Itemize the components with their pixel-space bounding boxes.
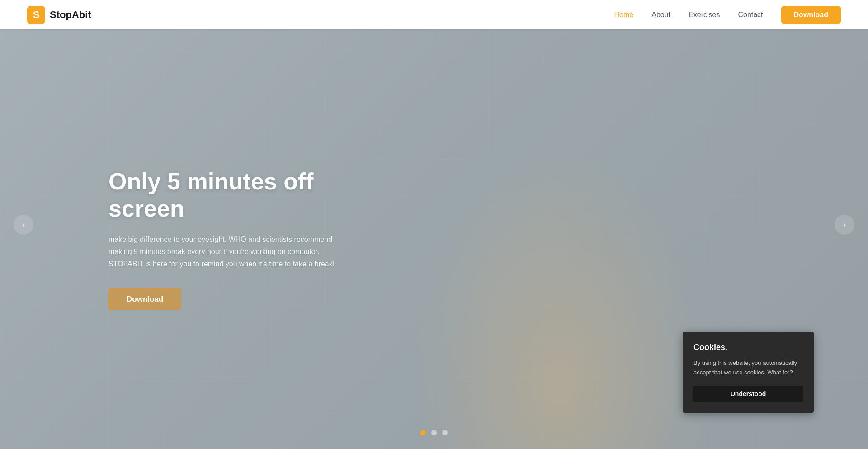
carousel-dot-2[interactable] bbox=[431, 430, 437, 435]
brand-name: StopAbit bbox=[50, 9, 91, 21]
nav-item-home[interactable]: Home bbox=[614, 11, 634, 19]
carousel-next-button[interactable]: › bbox=[835, 215, 854, 235]
brand-icon: S bbox=[27, 6, 45, 24]
cookie-link[interactable]: What for? bbox=[767, 369, 793, 376]
nav-item-download[interactable]: Download bbox=[781, 6, 841, 24]
nav-link-exercises[interactable]: Exercises bbox=[689, 11, 720, 19]
nav-download-button[interactable]: Download bbox=[781, 6, 841, 24]
carousel-prev-button[interactable]: ‹ bbox=[14, 215, 33, 235]
brand-logo[interactable]: S StopAbit bbox=[27, 6, 91, 24]
nav-item-exercises[interactable]: Exercises bbox=[689, 11, 720, 19]
hero-content: Only 5 minutes off screen make big diffe… bbox=[0, 139, 362, 310]
nav-link-about[interactable]: About bbox=[651, 11, 670, 19]
hero-title: Only 5 minutes off screen bbox=[108, 168, 362, 222]
hero-figure bbox=[402, 132, 719, 449]
nav-links: Home About Exercises Contact Download bbox=[614, 6, 841, 24]
carousel-dot-3[interactable] bbox=[442, 430, 448, 435]
cookie-title: Cookies. bbox=[693, 343, 803, 352]
hero-subtitle: make big difference to your eyesight. WH… bbox=[108, 233, 344, 270]
carousel-dot-1[interactable] bbox=[420, 430, 426, 435]
cookie-text: By using this website, you automatically… bbox=[693, 359, 803, 378]
navbar: S StopAbit Home About Exercises Contact … bbox=[0, 0, 868, 29]
cookie-banner: Cookies. By using this website, you auto… bbox=[683, 332, 814, 413]
carousel-dots bbox=[420, 430, 448, 435]
nav-item-about[interactable]: About bbox=[651, 11, 670, 19]
nav-item-contact[interactable]: Contact bbox=[738, 11, 763, 19]
nav-link-contact[interactable]: Contact bbox=[738, 11, 763, 19]
hero-section: ‹ Only 5 minutes off screen make big dif… bbox=[0, 0, 868, 449]
nav-link-home[interactable]: Home bbox=[614, 11, 634, 19]
hero-download-button[interactable]: Download bbox=[108, 288, 181, 310]
cookie-understood-button[interactable]: Understood bbox=[693, 386, 803, 402]
